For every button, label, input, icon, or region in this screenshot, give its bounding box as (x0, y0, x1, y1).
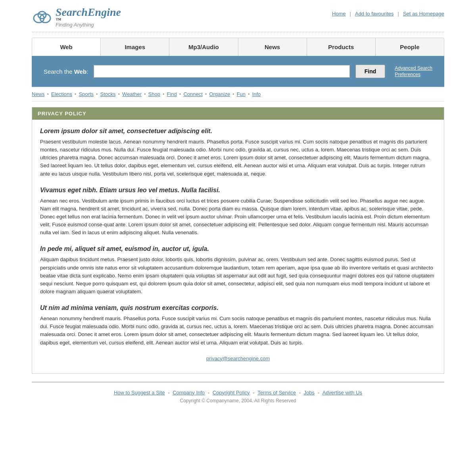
tab-mp3[interactable]: Mp3/Audio (169, 38, 238, 56)
search-bar: Search the Web: Find Advanced Search Pre… (32, 56, 444, 87)
section-4: Ut nim ad minima veniam, quis nostrum ex… (40, 304, 436, 347)
footer-sep-5: - (318, 390, 321, 396)
privacy-email: privacy@searchengine.com (40, 356, 436, 361)
section-4-title: Ut nim ad minima veniam, quis nostrum ex… (40, 304, 436, 312)
footer-sep-3: - (253, 390, 256, 396)
section-1: Lorem ipsum dolor sit amet, consectetuer… (40, 128, 436, 178)
footer-suggest[interactable]: How to Suggest a Site (114, 390, 165, 396)
tab-news[interactable]: News (238, 38, 307, 56)
sub-nav: News • Elections • Sports • Stocks • Wea… (32, 87, 444, 101)
logo-text: SearchEngine™ Finding Anything (56, 8, 121, 28)
tab-images[interactable]: Images (101, 38, 169, 56)
advanced-search-link[interactable]: Advanced Search (395, 65, 432, 71)
dotted-separator (32, 32, 444, 32)
home-link[interactable]: Home (332, 11, 346, 17)
section-2-title: Vivamus eget nibh. Etiam ursus leo vel m… (40, 187, 436, 194)
section-2: Vivamus eget nibh. Etiam ursus leo vel m… (40, 187, 436, 237)
dot: • (75, 91, 77, 97)
search-input[interactable] (94, 65, 349, 78)
subnav-connect[interactable]: Connect (183, 91, 202, 97)
subnav-info[interactable]: Info (252, 91, 261, 97)
footer-tos[interactable]: Terms of Service (257, 390, 296, 396)
tab-nav: Web Images Mp3/Audio News Products Peopl… (32, 38, 444, 56)
subnav-stocks[interactable]: Stocks (100, 91, 116, 97)
footer: How to Suggest a Site - Company Info - C… (0, 382, 476, 415)
dot: • (118, 91, 120, 97)
header-links: Home | Add to favourites | Set as Homepa… (332, 11, 444, 25)
section-3: In pede mi, aliquet sit amet, euismod in… (40, 245, 436, 296)
footer-advertise[interactable]: Advertise with Us (322, 390, 362, 396)
content-header-label: PRIVACY POLICY (38, 111, 86, 117)
section-4-body: Aenean nonummy hendrerit mauris. Phasell… (40, 315, 436, 347)
dot: • (248, 91, 250, 97)
dot: • (205, 91, 207, 97)
subnav-news[interactable]: News (32, 91, 45, 97)
subnav-fun[interactable]: Fun (237, 91, 246, 97)
search-links: Advanced Search Preferences (395, 65, 432, 77)
dot: • (47, 91, 49, 97)
subnav-find[interactable]: Find (167, 91, 177, 97)
header: SearchEngine™ Finding Anything Home | Ad… (0, 0, 476, 32)
subnav-sports[interactable]: Sports (79, 91, 94, 97)
subnav-elections[interactable]: Elections (51, 91, 72, 97)
content-body: Lorem ipsum dolor sit amet, consectetuer… (32, 120, 444, 373)
preferences-link[interactable]: Preferences (395, 72, 420, 77)
footer-copyright: Copyright © Companyname, 2004. All Right… (32, 398, 444, 403)
favourites-link[interactable]: Add to favourites (355, 11, 394, 17)
logo-icon (32, 7, 52, 28)
subnav-weather[interactable]: Weather (122, 91, 142, 97)
search-label: Search the Web: (44, 68, 88, 75)
logo-tagline: Finding Anything (56, 22, 121, 28)
footer-jobs[interactable]: Jobs (304, 390, 315, 396)
section-3-body: Aliquam dapibus tincidunt metus. Praesen… (40, 256, 436, 296)
divider-1: | (350, 11, 351, 17)
homepage-link[interactable]: Set as Homepage (403, 11, 444, 17)
content-header: PRIVACY POLICY (32, 107, 444, 120)
footer-copyright-policy[interactable]: Copyright Policy (213, 390, 250, 396)
content-area: PRIVACY POLICY Lorem ipsum dolor sit ame… (32, 107, 444, 374)
subnav-organize[interactable]: Organize (209, 91, 230, 97)
section-1-title: Lorem ipsum dolor sit amet, consectetuer… (40, 128, 436, 135)
dot: • (232, 91, 234, 97)
search-label-bold: Web (74, 68, 86, 75)
logo-area: SearchEngine™ Finding Anything (32, 7, 121, 28)
subnav-shop[interactable]: Shop (148, 91, 160, 97)
dot: • (163, 91, 165, 97)
dot: • (144, 91, 146, 97)
section-1-body: Praesent vestibulum molestie lacus. Aene… (40, 138, 436, 178)
tab-web[interactable]: Web (32, 38, 101, 56)
section-3-title: In pede mi, aliquet sit amet, euismod in… (40, 245, 436, 252)
dot: • (96, 91, 98, 97)
section-2-body: Aenean nec eros. Vestibulum ante ipsum p… (40, 197, 436, 237)
dot: • (179, 91, 181, 97)
footer-sep-2: - (208, 390, 211, 396)
logo-brand: SearchEngine™ (56, 6, 121, 23)
tab-products[interactable]: Products (307, 38, 376, 56)
divider-2: | (398, 11, 399, 17)
find-button[interactable]: Find (355, 65, 386, 78)
footer-sep-4: - (299, 390, 302, 396)
privacy-email-link[interactable]: privacy@searchengine.com (206, 356, 270, 361)
footer-company[interactable]: Company Info (173, 390, 205, 396)
footer-links: How to Suggest a Site - Company Info - C… (32, 390, 444, 396)
footer-sep-1: - (168, 390, 171, 396)
tab-people[interactable]: People (376, 38, 444, 56)
